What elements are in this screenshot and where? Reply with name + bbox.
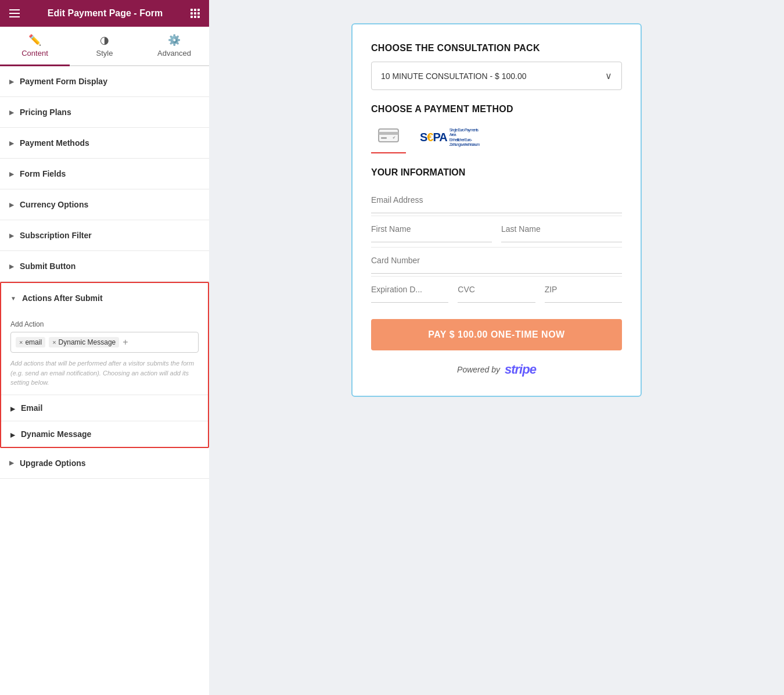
- action-tags-container[interactable]: × email × Dynamic Message +: [10, 332, 199, 353]
- chevron-icon: [9, 171, 14, 177]
- chevron-icon: [9, 263, 14, 270]
- chevron-icon: [9, 109, 14, 116]
- content-icon: ✏️: [28, 34, 41, 46]
- consultation-dropdown[interactable]: 10 MINUTE CONSULTATION - $ 100.00 ∨: [371, 62, 622, 90]
- section-currency-options-label: Currency Options: [20, 200, 88, 209]
- payment-methods-row: S € PA Single Euro Payments Area Einheit…: [371, 123, 622, 153]
- section-payment-methods-header[interactable]: Payment Methods: [0, 128, 209, 158]
- section-submit-button-header[interactable]: Submit Button: [0, 251, 209, 281]
- section-subscription-filter: Subscription Filter: [0, 220, 209, 251]
- section-payment-form-display-label: Payment Form Display: [20, 77, 107, 86]
- card-details-row: [371, 277, 622, 305]
- chevron-icon: [9, 460, 14, 466]
- tab-content-label: Content: [21, 49, 48, 58]
- section-upgrade-options-label: Upgrade Options: [20, 458, 86, 468]
- chevron-icon: [9, 202, 14, 208]
- powered-by-label: Powered by: [457, 365, 500, 374]
- last-name-field[interactable]: [501, 216, 622, 242]
- section-payment-methods: Payment Methods: [0, 128, 209, 159]
- sub-section-dynamic-message: Dynamic Message: [1, 421, 208, 447]
- tab-bar: ✏️ Content ◑ Style ⚙️ Advanced: [0, 27, 209, 66]
- tab-advanced-label: Advanced: [157, 49, 191, 58]
- sub-section-dynamic-message-label: Dynamic Message: [21, 429, 91, 439]
- sidebar: Edit Payment Page - Form ✏️ Content ◑ St…: [0, 0, 209, 695]
- chevron-icon: [10, 403, 15, 413]
- svg-rect-0: [379, 129, 398, 142]
- section-currency-options: Currency Options: [0, 189, 209, 220]
- section-payment-form-display: Payment Form Display: [0, 66, 209, 97]
- cvc-field[interactable]: [458, 277, 535, 303]
- section-actions-after-submit: Actions After Submit Add Action × email …: [0, 282, 209, 448]
- section-upgrade-options: Upgrade Options: [0, 448, 209, 479]
- section-form-fields-label: Form Fields: [20, 169, 66, 178]
- action-tag-dynamic-message[interactable]: × Dynamic Message: [49, 337, 119, 348]
- sepa-logo: S € PA Single Euro Payments Area Einheit…: [420, 128, 484, 148]
- grid-icon[interactable]: [190, 9, 200, 18]
- sidebar-title: Edit Payment Page - Form: [48, 8, 163, 19]
- section-payment-methods-label: Payment Methods: [20, 138, 89, 148]
- section-payment-form-display-header[interactable]: Payment Form Display: [0, 66, 209, 96]
- stripe-logo: stripe: [505, 362, 536, 377]
- svg-rect-1: [379, 132, 398, 135]
- powered-by-footer: Powered by stripe: [371, 362, 622, 377]
- submit-button[interactable]: PAY $ 100.00 ONE-TIME NOW: [371, 319, 622, 350]
- chevron-icon: [9, 232, 14, 239]
- chevron-icon: [9, 78, 14, 85]
- sub-section-dynamic-message-header[interactable]: Dynamic Message: [1, 421, 208, 447]
- tab-style[interactable]: ◑ Style: [70, 27, 139, 65]
- sidebar-header: Edit Payment Page - Form: [0, 0, 209, 27]
- main-content: CHOOSE THE CONSULTATION PACK 10 MINUTE C…: [209, 0, 784, 695]
- add-tag-button[interactable]: +: [123, 337, 128, 348]
- section-pricing-plans: Pricing Plans: [0, 97, 209, 128]
- payment-method-sepa[interactable]: S € PA Single Euro Payments Area Einheit…: [413, 123, 491, 153]
- section-pricing-plans-label: Pricing Plans: [20, 108, 71, 117]
- remove-email-icon[interactable]: ×: [19, 339, 23, 346]
- action-tag-email[interactable]: × email: [16, 337, 45, 348]
- section-actions-label: Actions After Submit: [22, 293, 103, 303]
- consultation-dropdown-value: 10 MINUTE CONSULTATION - $ 100.00: [381, 71, 527, 81]
- card-payment-icon: [378, 127, 399, 148]
- section-subscription-filter-header[interactable]: Subscription Filter: [0, 220, 209, 250]
- card-number-field[interactable]: [371, 248, 622, 274]
- chevron-icon: [9, 140, 14, 146]
- tab-content[interactable]: ✏️ Content: [0, 27, 70, 66]
- sub-section-email: Email: [1, 395, 208, 421]
- payment-form-card: CHOOSE THE CONSULTATION PACK 10 MINUTE C…: [351, 23, 642, 397]
- section-submit-button: Submit Button: [0, 251, 209, 282]
- style-icon: ◑: [100, 34, 109, 46]
- tab-advanced[interactable]: ⚙️ Advanced: [139, 27, 209, 65]
- action-tag-email-label: email: [25, 338, 42, 346]
- sub-section-email-label: Email: [21, 403, 42, 413]
- payment-method-card[interactable]: [371, 123, 406, 153]
- name-row: [371, 216, 622, 245]
- section-form-fields: Form Fields: [0, 159, 209, 189]
- action-hint-text: Add actions that will be performed after…: [10, 359, 199, 388]
- tab-style-label: Style: [96, 49, 113, 58]
- zip-field[interactable]: [545, 277, 622, 303]
- section-form-fields-header[interactable]: Form Fields: [0, 159, 209, 189]
- info-section-title: YOUR INFORMATION: [371, 167, 622, 178]
- action-tag-dynamic-message-label: Dynamic Message: [59, 338, 116, 346]
- sub-section-email-header[interactable]: Email: [1, 395, 208, 421]
- svg-rect-2: [381, 137, 387, 139]
- advanced-icon: ⚙️: [168, 34, 181, 46]
- chevron-icon: [10, 429, 15, 439]
- add-action-label: Add Action: [10, 320, 199, 328]
- section-upgrade-options-header[interactable]: Upgrade Options: [0, 448, 209, 478]
- first-name-field[interactable]: [371, 216, 492, 242]
- expiry-field[interactable]: [371, 277, 448, 303]
- section-submit-button-label: Submit Button: [20, 261, 75, 271]
- actions-body: Add Action × email × Dynamic Message + A…: [1, 313, 208, 395]
- email-field[interactable]: [371, 187, 622, 213]
- dropdown-arrow-icon: ∨: [605, 70, 612, 81]
- section-pricing-plans-header[interactable]: Pricing Plans: [0, 97, 209, 127]
- consultation-title: CHOOSE THE CONSULTATION PACK: [371, 43, 622, 53]
- chevron-down-icon: [10, 295, 16, 302]
- remove-dynamic-message-icon[interactable]: ×: [52, 339, 56, 346]
- section-currency-options-header[interactable]: Currency Options: [0, 189, 209, 220]
- section-subscription-filter-label: Subscription Filter: [20, 231, 92, 240]
- section-actions-header[interactable]: Actions After Submit: [1, 283, 208, 313]
- payment-method-title: CHOOSE A PAYMENT METHOD: [371, 104, 622, 114]
- hamburger-icon[interactable]: [9, 9, 20, 17]
